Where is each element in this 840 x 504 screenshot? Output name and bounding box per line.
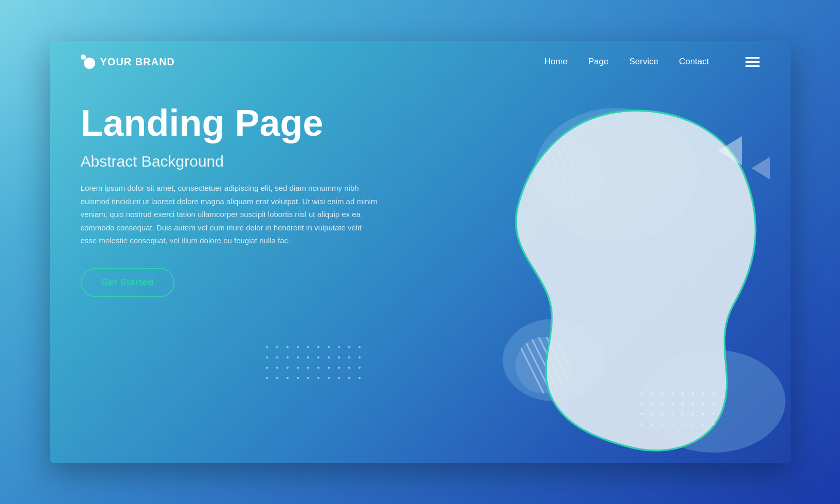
hamburger-menu[interactable]: [745, 57, 760, 67]
brand-logo: YOUR BRAND: [81, 55, 175, 69]
nav-home[interactable]: Home: [544, 57, 567, 67]
brand-dot-big: [84, 58, 95, 69]
brand-name: YOUR BRAND: [100, 56, 175, 68]
get-started-button[interactable]: Get Started: [81, 268, 175, 297]
hero-section: Landing Page Abstract Background Lorem i…: [81, 103, 379, 297]
hero-title: Landing Page: [81, 103, 379, 143]
triangle-decoration-1: [718, 136, 742, 165]
dot-grid-center: [266, 346, 365, 383]
nav-page[interactable]: Page: [588, 57, 609, 67]
navbar: YOUR BRAND Home Page Service Contact: [50, 41, 791, 82]
hero-subtitle: Abstract Background: [81, 153, 379, 170]
nav-links: Home Page Service Contact: [544, 57, 759, 67]
nav-contact[interactable]: Contact: [679, 57, 709, 67]
landing-card: YOUR BRAND Home Page Service Contact Lan…: [50, 41, 791, 463]
hero-body-text: Lorem ipsum dolor sit amet, consectetuer…: [81, 182, 379, 247]
dot-grid-bottom-right: [640, 392, 719, 429]
nav-service[interactable]: Service: [629, 57, 658, 67]
brand-icon: [81, 55, 95, 69]
triangle-decoration-2: [752, 157, 770, 179]
hero-blob-graphic: [415, 72, 791, 463]
